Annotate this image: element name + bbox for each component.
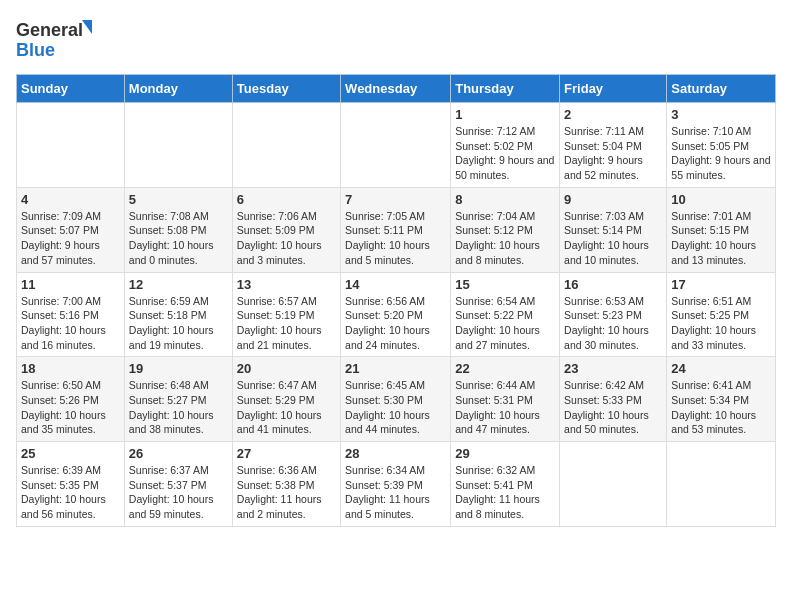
day-number: 15 [455,277,555,292]
day-info: Sunrise: 6:42 AMSunset: 5:33 PMDaylight:… [564,378,662,437]
calendar-cell: 9Sunrise: 7:03 AMSunset: 5:14 PMDaylight… [560,187,667,272]
day-number: 25 [21,446,120,461]
calendar-cell: 28Sunrise: 6:34 AMSunset: 5:39 PMDayligh… [341,442,451,527]
day-number: 29 [455,446,555,461]
svg-text:Blue: Blue [16,40,55,60]
calendar-cell [124,103,232,188]
calendar-table: SundayMondayTuesdayWednesdayThursdayFrid… [16,74,776,527]
day-info: Sunrise: 6:45 AMSunset: 5:30 PMDaylight:… [345,378,446,437]
calendar-cell: 19Sunrise: 6:48 AMSunset: 5:27 PMDayligh… [124,357,232,442]
calendar-cell: 15Sunrise: 6:54 AMSunset: 5:22 PMDayligh… [451,272,560,357]
day-info: Sunrise: 6:44 AMSunset: 5:31 PMDaylight:… [455,378,555,437]
day-info: Sunrise: 7:01 AMSunset: 5:15 PMDaylight:… [671,209,771,268]
calendar-body: 1Sunrise: 7:12 AMSunset: 5:02 PMDaylight… [17,103,776,527]
day-number: 28 [345,446,446,461]
day-info: Sunrise: 6:57 AMSunset: 5:19 PMDaylight:… [237,294,336,353]
weekday-header-friday: Friday [560,75,667,103]
day-info: Sunrise: 6:50 AMSunset: 5:26 PMDaylight:… [21,378,120,437]
day-number: 23 [564,361,662,376]
calendar-cell: 13Sunrise: 6:57 AMSunset: 5:19 PMDayligh… [232,272,340,357]
day-number: 27 [237,446,336,461]
day-info: Sunrise: 7:00 AMSunset: 5:16 PMDaylight:… [21,294,120,353]
day-number: 14 [345,277,446,292]
day-number: 8 [455,192,555,207]
day-number: 12 [129,277,228,292]
day-number: 17 [671,277,771,292]
day-number: 4 [21,192,120,207]
day-info: Sunrise: 6:51 AMSunset: 5:25 PMDaylight:… [671,294,771,353]
logo: GeneralBlue [16,16,96,64]
day-number: 1 [455,107,555,122]
day-info: Sunrise: 7:03 AMSunset: 5:14 PMDaylight:… [564,209,662,268]
page-header: GeneralBlue [16,16,776,64]
day-info: Sunrise: 7:08 AMSunset: 5:08 PMDaylight:… [129,209,228,268]
calendar-cell: 5Sunrise: 7:08 AMSunset: 5:08 PMDaylight… [124,187,232,272]
calendar-cell: 24Sunrise: 6:41 AMSunset: 5:34 PMDayligh… [667,357,776,442]
day-number: 24 [671,361,771,376]
calendar-cell: 26Sunrise: 6:37 AMSunset: 5:37 PMDayligh… [124,442,232,527]
day-info: Sunrise: 6:36 AMSunset: 5:38 PMDaylight:… [237,463,336,522]
day-number: 6 [237,192,336,207]
svg-marker-2 [82,20,92,34]
svg-text:General: General [16,20,83,40]
day-info: Sunrise: 7:11 AMSunset: 5:04 PMDaylight:… [564,124,662,183]
calendar-week-3: 18Sunrise: 6:50 AMSunset: 5:26 PMDayligh… [17,357,776,442]
day-number: 18 [21,361,120,376]
calendar-cell: 17Sunrise: 6:51 AMSunset: 5:25 PMDayligh… [667,272,776,357]
day-number: 22 [455,361,555,376]
day-info: Sunrise: 7:09 AMSunset: 5:07 PMDaylight:… [21,209,120,268]
calendar-cell: 27Sunrise: 6:36 AMSunset: 5:38 PMDayligh… [232,442,340,527]
calendar-week-1: 4Sunrise: 7:09 AMSunset: 5:07 PMDaylight… [17,187,776,272]
day-info: Sunrise: 6:32 AMSunset: 5:41 PMDaylight:… [455,463,555,522]
calendar-header: SundayMondayTuesdayWednesdayThursdayFrid… [17,75,776,103]
calendar-cell: 22Sunrise: 6:44 AMSunset: 5:31 PMDayligh… [451,357,560,442]
weekday-header-wednesday: Wednesday [341,75,451,103]
weekday-header-tuesday: Tuesday [232,75,340,103]
weekday-header-monday: Monday [124,75,232,103]
day-info: Sunrise: 6:54 AMSunset: 5:22 PMDaylight:… [455,294,555,353]
day-info: Sunrise: 6:56 AMSunset: 5:20 PMDaylight:… [345,294,446,353]
day-number: 10 [671,192,771,207]
weekday-header-thursday: Thursday [451,75,560,103]
calendar-week-0: 1Sunrise: 7:12 AMSunset: 5:02 PMDaylight… [17,103,776,188]
day-info: Sunrise: 6:39 AMSunset: 5:35 PMDaylight:… [21,463,120,522]
calendar-cell [17,103,125,188]
day-info: Sunrise: 6:53 AMSunset: 5:23 PMDaylight:… [564,294,662,353]
calendar-cell: 4Sunrise: 7:09 AMSunset: 5:07 PMDaylight… [17,187,125,272]
calendar-week-2: 11Sunrise: 7:00 AMSunset: 5:16 PMDayligh… [17,272,776,357]
calendar-cell [341,103,451,188]
day-number: 9 [564,192,662,207]
calendar-cell: 14Sunrise: 6:56 AMSunset: 5:20 PMDayligh… [341,272,451,357]
day-info: Sunrise: 7:04 AMSunset: 5:12 PMDaylight:… [455,209,555,268]
calendar-cell [560,442,667,527]
calendar-cell: 20Sunrise: 6:47 AMSunset: 5:29 PMDayligh… [232,357,340,442]
calendar-cell: 7Sunrise: 7:05 AMSunset: 5:11 PMDaylight… [341,187,451,272]
calendar-cell: 3Sunrise: 7:10 AMSunset: 5:05 PMDaylight… [667,103,776,188]
calendar-cell [667,442,776,527]
day-number: 19 [129,361,228,376]
day-number: 13 [237,277,336,292]
weekday-header-sunday: Sunday [17,75,125,103]
calendar-cell: 11Sunrise: 7:00 AMSunset: 5:16 PMDayligh… [17,272,125,357]
calendar-cell: 16Sunrise: 6:53 AMSunset: 5:23 PMDayligh… [560,272,667,357]
day-number: 3 [671,107,771,122]
day-info: Sunrise: 7:10 AMSunset: 5:05 PMDaylight:… [671,124,771,183]
day-number: 21 [345,361,446,376]
day-info: Sunrise: 7:05 AMSunset: 5:11 PMDaylight:… [345,209,446,268]
calendar-cell: 1Sunrise: 7:12 AMSunset: 5:02 PMDaylight… [451,103,560,188]
day-info: Sunrise: 6:59 AMSunset: 5:18 PMDaylight:… [129,294,228,353]
calendar-cell: 25Sunrise: 6:39 AMSunset: 5:35 PMDayligh… [17,442,125,527]
day-info: Sunrise: 6:37 AMSunset: 5:37 PMDaylight:… [129,463,228,522]
calendar-cell: 21Sunrise: 6:45 AMSunset: 5:30 PMDayligh… [341,357,451,442]
day-info: Sunrise: 7:06 AMSunset: 5:09 PMDaylight:… [237,209,336,268]
day-number: 11 [21,277,120,292]
day-number: 20 [237,361,336,376]
calendar-cell: 23Sunrise: 6:42 AMSunset: 5:33 PMDayligh… [560,357,667,442]
logo-svg: GeneralBlue [16,16,96,64]
day-number: 2 [564,107,662,122]
calendar-week-4: 25Sunrise: 6:39 AMSunset: 5:35 PMDayligh… [17,442,776,527]
calendar-cell [232,103,340,188]
day-number: 7 [345,192,446,207]
day-info: Sunrise: 7:12 AMSunset: 5:02 PMDaylight:… [455,124,555,183]
calendar-cell: 6Sunrise: 7:06 AMSunset: 5:09 PMDaylight… [232,187,340,272]
